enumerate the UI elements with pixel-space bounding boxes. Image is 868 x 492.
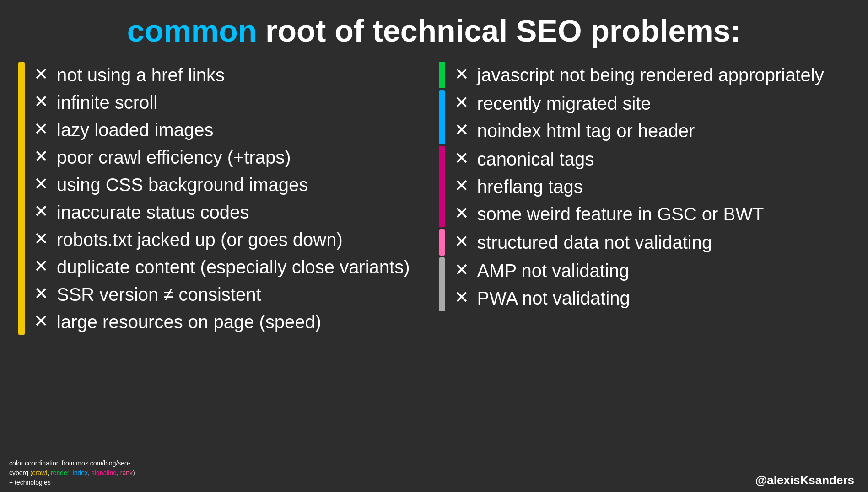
x-mark: ✕ [454,148,469,170]
x-mark: ✕ [34,256,49,278]
x-mark: ✕ [454,287,469,309]
right-list-item: ✕noindex html tag or header [454,118,850,144]
footer-line1: color coordination from moz.com/blog/seo… [9,459,135,468]
item-text: AMP not validating [477,259,850,282]
left-list-item: ✕SSR version ≠ consistent [34,281,430,308]
right-bar [439,257,445,311]
content-area: ✕not using a href links✕infinite scroll✕… [0,57,868,340]
footer-handle: @alexisKsanders [755,473,854,487]
right-list-item: ✕structured data not validating [454,229,850,256]
x-mark: ✕ [34,173,49,195]
item-text: some weird feature in GSC or BWT [477,203,850,225]
item-text: structured data not validating [477,231,850,254]
left-list-item: ✕robots.txt jacked up (or goes down) [34,226,430,253]
left-list-item: ✕duplicate content (especially close var… [34,254,430,280]
right-sections: ✕javascript not being rendered appropria… [439,62,850,313]
item-text: hreflang tags [477,175,850,198]
left-list-item: ✕not using a href links [34,62,430,88]
item-text: recently migrated site [477,92,850,115]
item-text: SSR version ≠ consistent [57,283,430,306]
item-text: large resources on page (speed) [57,310,430,333]
right-list-item: ✕hreflang tags [454,173,850,200]
right-items: ✕AMP not validating✕PWA not validating [454,257,850,311]
right-bar [439,62,445,88]
right-section: ✕recently migrated site✕noindex html tag… [439,90,850,144]
x-mark: ✕ [34,64,49,86]
item-text: not using a href links [57,64,430,86]
left-list-item: ✕poor crawl efficiency (+traps) [34,144,430,171]
left-column: ✕not using a href links✕infinite scroll✕… [18,62,430,335]
right-list-item: ✕some weird feature in GSC or BWT [454,201,850,227]
right-bar [439,229,445,256]
right-items: ✕javascript not being rendered appropria… [454,62,850,88]
x-mark: ✕ [454,203,469,225]
x-mark: ✕ [454,259,469,281]
right-section: ✕structured data not validating [439,229,850,256]
left-list-item: ✕using CSS background images [34,171,430,198]
right-section: ✕javascript not being rendered appropria… [439,62,850,88]
item-text: lazy loaded images [57,118,430,141]
x-mark: ✕ [454,92,469,114]
x-mark: ✕ [454,231,469,253]
item-text: canonical tags [477,148,850,171]
title-normal: root of technical SEO problems: [257,13,741,48]
page-title: common root of technical SEO problems: [0,0,868,57]
right-section: ✕AMP not validating✕PWA not validating [439,257,850,311]
item-text: robots.txt jacked up (or goes down) [57,228,430,251]
page-container: common root of technical SEO problems: ✕… [0,0,868,340]
right-items: ✕recently migrated site✕noindex html tag… [454,90,850,144]
x-mark: ✕ [454,119,469,141]
title-highlight: common [127,13,257,48]
right-items: ✕structured data not validating [454,229,850,256]
x-mark: ✕ [34,283,49,305]
x-mark: ✕ [34,201,49,223]
footer-left: color coordination from moz.com/blog/seo… [9,459,135,487]
right-bar [439,146,445,227]
left-list-item: ✕lazy loaded images [34,117,430,143]
right-section: ✕canonical tags✕hreflang tags✕some weird… [439,146,850,227]
right-list-item: ✕PWA not validating [454,285,850,311]
item-text: noindex html tag or header [477,119,850,142]
right-list-item: ✕AMP not validating [454,257,850,284]
item-text: inaccurate status codes [57,201,430,224]
right-list-item: ✕canonical tags [454,146,850,172]
left-list-item: ✕infinite scroll [34,89,430,116]
x-mark: ✕ [34,310,49,332]
right-column: ✕javascript not being rendered appropria… [439,62,850,335]
left-list-item: ✕inaccurate status codes [34,199,430,225]
x-mark: ✕ [34,146,49,168]
x-mark: ✕ [454,175,469,197]
item-text: PWA not validating [477,287,850,310]
x-mark: ✕ [454,64,469,86]
x-mark: ✕ [34,228,49,250]
x-mark: ✕ [34,118,49,140]
left-list-item: ✕large resources on page (speed) [34,309,430,335]
right-list-item: ✕javascript not being rendered appropria… [454,62,850,88]
left-bar [18,62,25,335]
item-text: javascript not being rendered appropriat… [477,64,850,86]
x-mark: ✕ [34,91,49,113]
right-bar [439,90,445,144]
item-text: poor crawl efficiency (+traps) [57,146,430,169]
right-list-item: ✕recently migrated site [454,90,850,117]
footer-line2: cyborg (crawl, render, index, signaling,… [9,468,135,478]
footer-line3: + technologies [9,478,135,487]
left-items: ✕not using a href links✕infinite scroll✕… [34,62,430,335]
right-items: ✕canonical tags✕hreflang tags✕some weird… [454,146,850,227]
item-text: duplicate content (especially close vari… [57,256,430,278]
item-text: using CSS background images [57,173,430,196]
item-text: infinite scroll [57,91,430,114]
footer: color coordination from moz.com/blog/seo… [0,455,868,492]
